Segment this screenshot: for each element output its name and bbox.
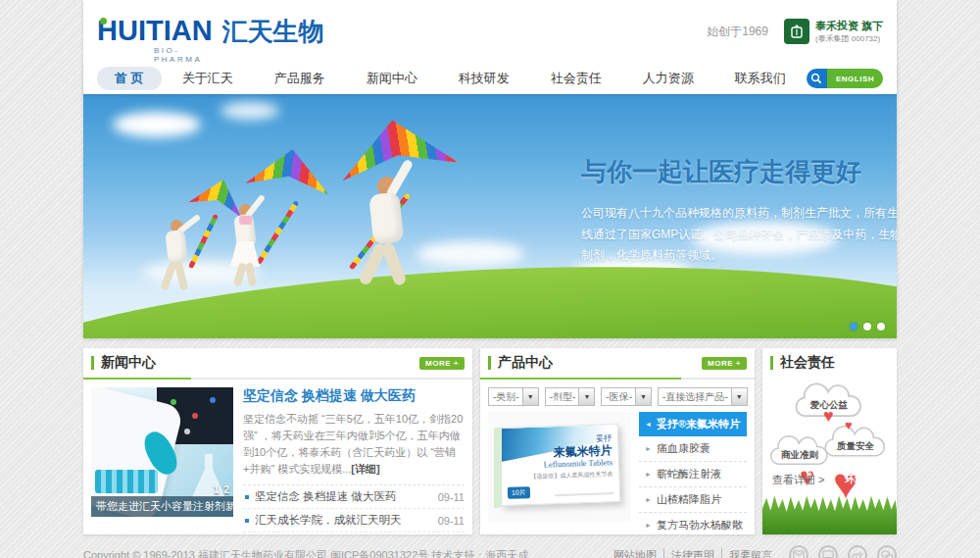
dosage-form-select[interactable]: -剂型- ▼ [545,387,596,406]
cloud-shape [113,112,201,137]
footer: Copyright © 1969-2013 福建汇天生物药业有限公司 闽ICP备… [83,544,897,558]
social-title: 社会责任 [780,354,835,372]
test-tube-tray-graphic [95,470,158,493]
wechat-icon[interactable] [877,545,897,558]
chevron-down-icon: ▼ [731,388,747,405]
person-boy [364,177,433,301]
nav-item-news[interactable]: 新闻中心 [346,67,438,90]
category-select[interactable]: -类别- ▼ [488,387,539,406]
news-more-button[interactable]: MORE + [419,357,465,370]
arrow-right-icon: ► [645,522,652,529]
green-bar-icon [91,356,94,370]
news-detail-link[interactable]: [详细] [351,463,379,475]
carousel-dot[interactable] [863,323,871,330]
monitor-icon[interactable] [818,545,838,558]
product-list-item-active[interactable]: ◄ 妥抒®来氟米特片 [639,412,747,436]
products-panel-header: 产品中心 MORE + [480,348,755,378]
news-list-item[interactable]: 我司参加第69界中国国际医药原料药/中成药/... 09-11 [243,533,465,534]
product-list-item[interactable]: ► 复方马勃水杨酸散 [639,513,747,534]
product-list-item[interactable]: ► 蕲蛇酶注射液 [639,462,747,487]
logo[interactable]: HUITIAN BIO-PHARMA 汇天生物 [97,16,324,47]
news-title: 新闻中心 [101,354,156,372]
chevron-down-icon: ▼ [578,388,594,405]
top-card: HUITIAN BIO-PHARMA 汇天生物 始创于1969 [83,0,897,338]
logo-text-cn: 汇天生物 [222,16,324,47]
english-label: ENGLISH [836,75,874,83]
divider [83,378,472,380]
person-woman [230,204,279,298]
chevron-down-icon: ▼ [635,388,651,405]
photo-page-1[interactable]: 1 [214,484,220,495]
hero-banner: 与你一起让医疗走得更好 公司现有八十九个品种规格的原料药，制剂生产批文，所有生产… [83,94,897,338]
social-detail-link[interactable]: 查看详细 > [772,473,824,487]
green-bar-icon [488,356,491,370]
group-stock-code: (泰禾集团 000732) [815,33,883,44]
copyright-text: Copyright © 1969-2013 福建汇天生物药业有限公司 闽ICP备… [83,548,528,558]
nav-item-research[interactable]: 科技研发 [438,67,530,90]
page: HUITIAN BIO-PHARMA 汇天生物 始创于1969 [0,0,980,558]
header-right: 始创于1969 泰禾投资 旗下 (泰禾集团 000732) [707,19,883,44]
carousel-dot[interactable] [877,323,885,330]
news-photo-caption[interactable]: 带您走进汇天小容量注射剂新车间 [91,496,233,517]
bullet-icon [245,519,249,523]
insurance-select[interactable]: -医保- ▼ [601,387,652,406]
medicine-box-side [494,428,502,509]
english-button[interactable]: ENGLISH [827,69,883,88]
divider [480,378,755,380]
person-man [162,220,207,300]
products-more-button[interactable]: MORE + [702,357,747,370]
news-list-item[interactable]: 坚定信念 换档提速 做大医药 09-11 [243,485,465,509]
product-list: ◄ 妥抒®来氟米特片 ► 痛血康胶囊 ► 蕲蛇酶注射液 ► [639,412,747,534]
social-panel-header: 社会责任 [762,348,897,378]
content-row: 新闻中心 MORE + [83,348,897,534]
grass-graphic [762,491,897,534]
group-link[interactable]: 泰禾投资 旗下 (泰禾集团 000732) [784,19,883,44]
message-link[interactable]: 我要留言 [721,548,779,558]
news-photo[interactable]: 1 2 带您走进汇天小容量注射剂新车间 [91,387,233,517]
green-bar-icon [770,356,773,370]
search-button[interactable] [807,69,827,88]
social-graphic-area: 爱心公益 质量安全 商业准则 ♥ ♥ [762,378,897,483]
product-photo[interactable]: 妥抒 来氟米特片 Leflunomide Tablets 【适应症】成人类风湿性… [488,412,631,522]
nav-item-home[interactable]: 首 页 [97,67,162,90]
social-panel: 社会责任 爱心公益 质量安全 [762,348,897,534]
arrow-left-icon: ◄ [645,421,652,428]
direct-product-select[interactable]: -直接选择产品- ▼ [658,387,748,406]
product-list-item[interactable]: ► 痛血康胶囊 [639,436,747,462]
banner-title: 与你一起让医疗走得更好 [581,155,897,189]
banner-copy: 与你一起让医疗走得更好 公司现有八十九个品种规格的原料药，制剂生产批文，所有生产… [581,155,897,267]
site-header: HUITIAN BIO-PHARMA 汇天生物 始创于1969 [83,0,897,63]
news-feature-text: 坚定信念不动摇 “三年5亿，五年10亿，剑指20强” ，将天药业在三年内做到5个… [243,411,465,478]
footer-links: 网站地图 法律声明 我要留言 [607,548,779,558]
heart-icon: ♥ [845,419,853,431]
sitemap-link[interactable]: 网站地图 [607,548,663,558]
mail-icon[interactable] [789,545,808,558]
nav-item-products[interactable]: 产品服务 [254,67,346,90]
legal-link[interactable]: 法律声明 [663,548,721,558]
banner-description: 公司现有八十九个品种规格的原料药，制剂生产批文，所有生产线通过了国家GMP认证。… [581,203,897,267]
photo-pagination: 1 2 [214,484,229,495]
carousel-dot[interactable] [850,323,858,330]
photo-page-2[interactable]: 2 [223,484,229,495]
news-feature-title[interactable]: 坚定信念 换档提速 做大医药 [243,387,465,405]
nav-item-responsibility[interactable]: 社会责任 [530,67,622,90]
products-body: 妥抒 来氟米特片 Leflunomide Tablets 【适应症】成人类风湿性… [480,412,755,534]
nav-item-contact[interactable]: 联系我们 [714,67,807,90]
nav-item-about[interactable]: 关于汇天 [162,67,254,90]
news-list-item[interactable]: 汇天成长学院，成就汇天明天 09-11 [243,509,465,533]
logo-text-en: HUITIAN [97,15,213,46]
logo-dot-icon [100,18,107,25]
medicine-box-graphic: 妥抒 来氟米特片 Leflunomide Tablets 【适应症】成人类风湿性… [499,424,621,506]
since-text: 始创于1969 [707,24,768,40]
product-list-item[interactable]: ► 山楂精降脂片 [639,487,747,513]
arrow-right-icon: ► [645,471,652,478]
nav-item-hr[interactable]: 人力资源 [622,67,714,90]
cloud-shape [220,102,279,120]
heart-icon: ♥ [823,407,834,425]
logo-subtitle: BIO-PHARMA [154,46,213,64]
search-english-pill: ENGLISH [807,69,883,88]
weibo-icon[interactable] [848,545,867,558]
group-name: 泰禾投资 旗下 [815,19,883,33]
products-panel: 产品中心 MORE + -类别- ▼ -剂型- ▼ -医保- ▼ [480,348,755,534]
product-filters: -类别- ▼ -剂型- ▼ -医保- ▼ -直接选择产品- ▼ [480,380,755,412]
